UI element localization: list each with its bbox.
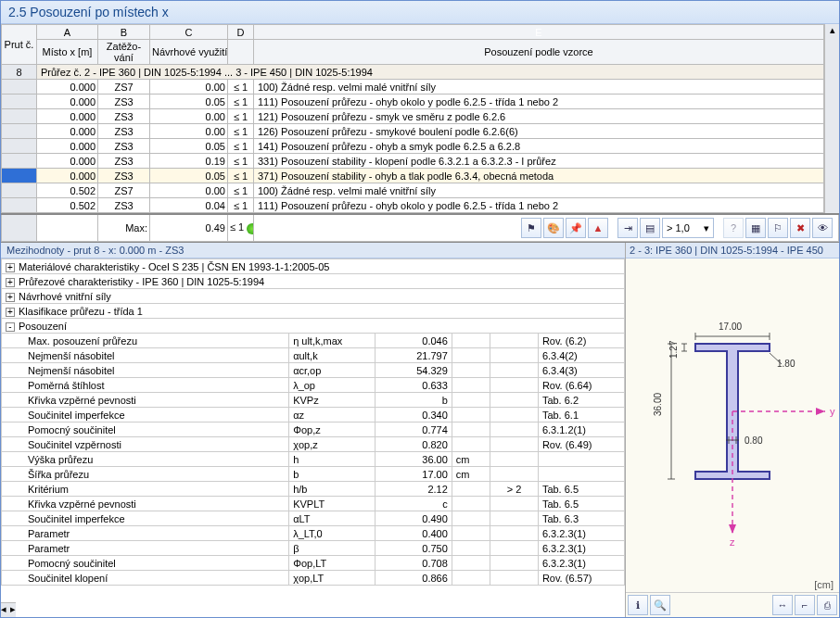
detail-row[interactable]: Křivka vzpěrné pevnostiKVPLTcTab. 6.5 xyxy=(2,497,625,511)
toolbar: ⚑ 🎨 📌 ▲ ⇥ ▤ > 1,0▾ ? ▦ ⚐ ✖ 👁 xyxy=(256,216,836,240)
svg-marker-2 xyxy=(816,408,825,415)
tree-node[interactable]: +Návrhové vnitřní síly xyxy=(2,289,625,304)
table-row[interactable]: 0.000ZS30.05≤ 1141) Posouzení průřezu - … xyxy=(2,139,824,154)
threshold-combo[interactable]: > 1,0▾ xyxy=(662,218,714,238)
results-table[interactable]: Prut č. A B C D E Místo x [m] Zatěžo- vá… xyxy=(1,24,824,213)
table-row[interactable]: 0.000ZS30.00≤ 1121) Posouzení průřezu - … xyxy=(2,109,824,124)
svg-text:y: y xyxy=(830,406,835,417)
axes-icon[interactable]: ⌐ xyxy=(795,595,815,615)
svg-text:z: z xyxy=(730,536,735,548)
info-icon[interactable]: ℹ xyxy=(628,595,648,615)
detail-row[interactable]: Součinitel imperfekceαz0.340Tab. 6.1 xyxy=(2,408,625,423)
col-E[interactable]: E xyxy=(254,25,824,40)
svg-marker-3 xyxy=(729,524,736,534)
profile-header: 2 - 3: IPE 360 | DIN 1025-5:1994 - IPE 4… xyxy=(626,243,839,259)
table-row[interactable]: 0.000ZS70.00≤ 1100) Žádné resp. velmi ma… xyxy=(2,80,824,95)
details-header: Mezihodnoty - prut 8 - x: 0.000 m - ZS3 xyxy=(1,243,625,259)
col-C2[interactable]: Návrhové využití xyxy=(150,40,228,65)
tool-palette-icon[interactable]: 🎨 xyxy=(543,218,564,238)
dim-icon[interactable]: ↔ xyxy=(772,595,793,615)
col-E2[interactable]: Posouzení podle vzorce xyxy=(254,40,824,65)
detail-row[interactable]: Max. posouzení průřezuη ult,k,max0.046Ro… xyxy=(2,334,625,348)
tool-eye-icon[interactable]: 👁 xyxy=(812,218,833,238)
tool-layout-icon[interactable]: ▤ xyxy=(640,218,660,238)
max-row: Max: 0.49 ≤ 1 ⚑ 🎨 📌 ▲ ⇥ ▤ > 1,0▾ ? xyxy=(2,214,839,242)
detail-row[interactable]: Nejmenší násobitelαult,k21.7976.3.4(2) xyxy=(2,348,625,363)
detail-row[interactable]: Kritériumh/b2.12> 2Tab. 6.5 xyxy=(2,482,625,497)
detail-row[interactable]: Poměrná štíhlostλ_op0.633Rov. (6.64) xyxy=(2,378,625,393)
detail-row[interactable]: Šířka průřezub17.00cm xyxy=(2,467,625,482)
tool-fire-icon[interactable]: ▲ xyxy=(588,218,608,238)
col-D[interactable]: D xyxy=(228,25,254,40)
tool-box-icon[interactable]: ▦ xyxy=(745,218,766,238)
table-row[interactable]: 0.000ZS30.19≤ 1331) Posouzení stability … xyxy=(2,154,824,169)
find-icon[interactable]: 🔍 xyxy=(650,595,670,615)
svg-text:36.00: 36.00 xyxy=(653,393,663,416)
col-A2[interactable]: Místo x [m] xyxy=(37,40,98,65)
table-row[interactable]: 0.000ZS30.00≤ 1126) Posouzení průřezu - … xyxy=(2,124,824,139)
detail-row[interactable]: Parametrλ_LT,00.4006.3.2.3(1) xyxy=(2,526,625,541)
tree-node[interactable]: +Materiálové charakteristiky - Ocel S 23… xyxy=(2,259,625,274)
detail-row[interactable]: Parametrβ0.7506.3.2.3(1) xyxy=(2,541,625,556)
section-row[interactable]: 8 Průřez č. 2 - IPE 360 | DIN 1025-5:199… xyxy=(2,65,824,80)
detail-row[interactable]: Součinitel vzpěrnostiχop,z0.820Rov. (6.4… xyxy=(2,437,625,452)
tree-node[interactable]: +Průřezové charakteristiky - IPE 360 | D… xyxy=(2,274,625,289)
col-B[interactable]: B xyxy=(98,25,150,40)
svg-text:1.27: 1.27 xyxy=(668,340,679,359)
details-table[interactable]: +Materiálové charakteristiky - Ocel S 23… xyxy=(1,259,625,586)
tool-filter-icon[interactable]: ⚑ xyxy=(521,218,541,238)
details-hscroll[interactable]: ◂▸ xyxy=(1,602,16,617)
table-row[interactable]: 0.000ZS30.05≤ 1111) Posouzení průřezu - … xyxy=(2,95,824,109)
col-rownum[interactable]: Prut č. xyxy=(2,25,37,65)
col-B2[interactable]: Zatěžo- vání xyxy=(98,40,150,65)
svg-text:17.00: 17.00 xyxy=(719,322,742,332)
col-A[interactable]: A xyxy=(37,25,98,40)
check-ok-icon xyxy=(247,223,253,234)
grid-scrollbar[interactable]: ▴ xyxy=(824,24,839,213)
detail-row[interactable]: Pomocný součinitelΦop,z0.7746.3.1.2(1) xyxy=(2,423,625,437)
detail-row[interactable]: Součinitel imperfekceαLT0.490Tab. 6.3 xyxy=(2,511,625,526)
window-title: 2.5 Posouzení po místech x xyxy=(1,1,839,24)
detail-row[interactable]: Křivka vzpěrné pevnostiKVPzbTab. 6.2 xyxy=(2,393,625,408)
detail-row[interactable]: Součinitel klopeníχop,LT0.866Rov. (6.57) xyxy=(2,571,625,586)
unit-label: [cm] xyxy=(626,577,839,592)
col-C[interactable]: C xyxy=(150,25,228,40)
profile-drawing[interactable]: y z 17.00 36.00 1.27 1.80 0.80 xyxy=(626,259,839,577)
tool-help-icon[interactable]: ? xyxy=(723,218,744,238)
svg-text:1.80: 1.80 xyxy=(777,359,795,369)
tool-pin-icon[interactable]: 📌 xyxy=(566,218,586,238)
table-row[interactable]: 0.000ZS30.05≤ 1371) Posouzení stability … xyxy=(2,169,824,183)
tool-cross-icon[interactable]: ✖ xyxy=(790,218,810,238)
tree-node[interactable]: -Posouzení xyxy=(2,319,625,334)
table-row[interactable]: 0.502ZS70.00≤ 1100) Žádné resp. velmi ma… xyxy=(2,183,824,198)
svg-text:0.80: 0.80 xyxy=(745,435,763,446)
tool-export-icon[interactable]: ⇥ xyxy=(617,218,638,238)
detail-row[interactable]: Nejmenší násobitelαcr,op54.3296.3.4(3) xyxy=(2,363,625,378)
print-icon[interactable]: ⎙ xyxy=(817,595,837,615)
tool-flag-icon[interactable]: ⚐ xyxy=(768,218,788,238)
detail-row[interactable]: Pomocný součinitelΦop,LT0.7086.3.2.3(1) xyxy=(2,556,625,571)
table-row[interactable]: 0.502ZS30.04≤ 1111) Posouzení průřezu - … xyxy=(2,198,824,213)
detail-row[interactable]: Výška průřezuh36.00cm xyxy=(2,452,625,467)
tree-node[interactable]: +Klasifikace průřezu - třída 1 xyxy=(2,304,625,319)
